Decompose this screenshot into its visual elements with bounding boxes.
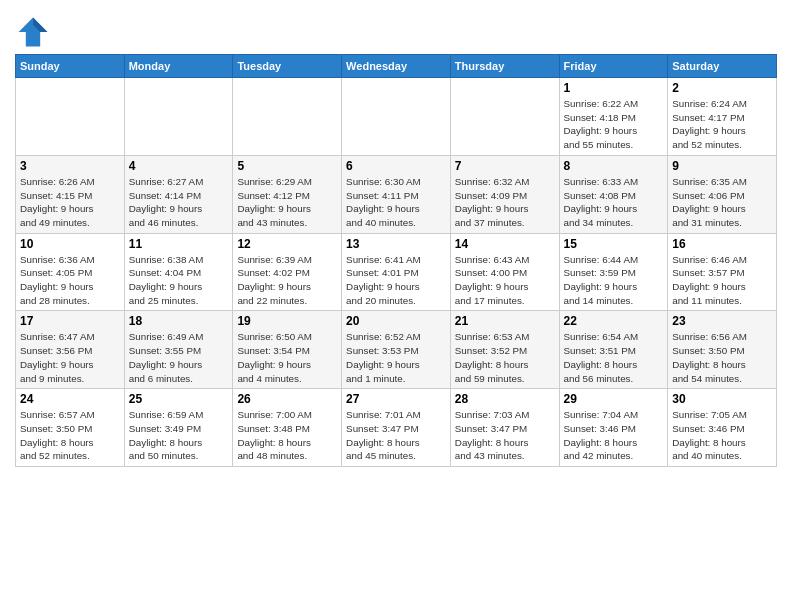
day-info: Sunrise: 6:52 AMSunset: 3:53 PMDaylight:… (346, 330, 446, 385)
day-info: Sunrise: 6:47 AMSunset: 3:56 PMDaylight:… (20, 330, 120, 385)
day-info: Sunrise: 6:49 AMSunset: 3:55 PMDaylight:… (129, 330, 229, 385)
calendar-cell: 19Sunrise: 6:50 AMSunset: 3:54 PMDayligh… (233, 311, 342, 389)
day-header: Monday (124, 55, 233, 78)
calendar-cell: 11Sunrise: 6:38 AMSunset: 4:04 PMDayligh… (124, 233, 233, 311)
day-info: Sunrise: 7:04 AMSunset: 3:46 PMDaylight:… (564, 408, 664, 463)
day-info: Sunrise: 6:30 AMSunset: 4:11 PMDaylight:… (346, 175, 446, 230)
calendar-cell: 25Sunrise: 6:59 AMSunset: 3:49 PMDayligh… (124, 389, 233, 467)
calendar-cell: 1Sunrise: 6:22 AMSunset: 4:18 PMDaylight… (559, 78, 668, 156)
calendar-cell: 21Sunrise: 6:53 AMSunset: 3:52 PMDayligh… (450, 311, 559, 389)
day-header: Thursday (450, 55, 559, 78)
calendar-cell: 9Sunrise: 6:35 AMSunset: 4:06 PMDaylight… (668, 155, 777, 233)
calendar-cell: 10Sunrise: 6:36 AMSunset: 4:05 PMDayligh… (16, 233, 125, 311)
calendar: SundayMondayTuesdayWednesdayThursdayFrid… (15, 54, 777, 467)
calendar-week-row: 3Sunrise: 6:26 AMSunset: 4:15 PMDaylight… (16, 155, 777, 233)
day-number: 30 (672, 392, 772, 406)
day-number: 19 (237, 314, 337, 328)
logo (15, 14, 53, 50)
day-info: Sunrise: 6:57 AMSunset: 3:50 PMDaylight:… (20, 408, 120, 463)
day-header: Wednesday (342, 55, 451, 78)
calendar-cell: 4Sunrise: 6:27 AMSunset: 4:14 PMDaylight… (124, 155, 233, 233)
day-number: 24 (20, 392, 120, 406)
calendar-week-row: 24Sunrise: 6:57 AMSunset: 3:50 PMDayligh… (16, 389, 777, 467)
calendar-cell: 24Sunrise: 6:57 AMSunset: 3:50 PMDayligh… (16, 389, 125, 467)
day-number: 9 (672, 159, 772, 173)
day-number: 12 (237, 237, 337, 251)
day-number: 21 (455, 314, 555, 328)
day-info: Sunrise: 6:50 AMSunset: 3:54 PMDaylight:… (237, 330, 337, 385)
day-number: 29 (564, 392, 664, 406)
day-info: Sunrise: 6:33 AMSunset: 4:08 PMDaylight:… (564, 175, 664, 230)
day-info: Sunrise: 7:05 AMSunset: 3:46 PMDaylight:… (672, 408, 772, 463)
day-number: 25 (129, 392, 229, 406)
calendar-header-row: SundayMondayTuesdayWednesdayThursdayFrid… (16, 55, 777, 78)
calendar-cell: 22Sunrise: 6:54 AMSunset: 3:51 PMDayligh… (559, 311, 668, 389)
calendar-cell: 28Sunrise: 7:03 AMSunset: 3:47 PMDayligh… (450, 389, 559, 467)
day-header: Tuesday (233, 55, 342, 78)
calendar-cell: 6Sunrise: 6:30 AMSunset: 4:11 PMDaylight… (342, 155, 451, 233)
day-number: 3 (20, 159, 120, 173)
day-number: 20 (346, 314, 446, 328)
calendar-cell: 3Sunrise: 6:26 AMSunset: 4:15 PMDaylight… (16, 155, 125, 233)
day-info: Sunrise: 6:43 AMSunset: 4:00 PMDaylight:… (455, 253, 555, 308)
day-info: Sunrise: 6:32 AMSunset: 4:09 PMDaylight:… (455, 175, 555, 230)
day-info: Sunrise: 6:44 AMSunset: 3:59 PMDaylight:… (564, 253, 664, 308)
calendar-cell: 2Sunrise: 6:24 AMSunset: 4:17 PMDaylight… (668, 78, 777, 156)
day-number: 6 (346, 159, 446, 173)
day-header: Friday (559, 55, 668, 78)
day-number: 4 (129, 159, 229, 173)
calendar-cell (16, 78, 125, 156)
calendar-cell: 14Sunrise: 6:43 AMSunset: 4:00 PMDayligh… (450, 233, 559, 311)
day-number: 5 (237, 159, 337, 173)
calendar-cell: 7Sunrise: 6:32 AMSunset: 4:09 PMDaylight… (450, 155, 559, 233)
day-info: Sunrise: 6:54 AMSunset: 3:51 PMDaylight:… (564, 330, 664, 385)
calendar-cell: 23Sunrise: 6:56 AMSunset: 3:50 PMDayligh… (668, 311, 777, 389)
day-header: Saturday (668, 55, 777, 78)
calendar-week-row: 10Sunrise: 6:36 AMSunset: 4:05 PMDayligh… (16, 233, 777, 311)
day-number: 2 (672, 81, 772, 95)
calendar-cell: 27Sunrise: 7:01 AMSunset: 3:47 PMDayligh… (342, 389, 451, 467)
header (15, 10, 777, 50)
day-number: 22 (564, 314, 664, 328)
day-info: Sunrise: 6:56 AMSunset: 3:50 PMDaylight:… (672, 330, 772, 385)
day-number: 10 (20, 237, 120, 251)
day-info: Sunrise: 6:41 AMSunset: 4:01 PMDaylight:… (346, 253, 446, 308)
day-number: 11 (129, 237, 229, 251)
day-info: Sunrise: 7:01 AMSunset: 3:47 PMDaylight:… (346, 408, 446, 463)
calendar-cell: 30Sunrise: 7:05 AMSunset: 3:46 PMDayligh… (668, 389, 777, 467)
day-number: 8 (564, 159, 664, 173)
calendar-week-row: 1Sunrise: 6:22 AMSunset: 4:18 PMDaylight… (16, 78, 777, 156)
day-number: 27 (346, 392, 446, 406)
day-info: Sunrise: 6:39 AMSunset: 4:02 PMDaylight:… (237, 253, 337, 308)
calendar-cell: 15Sunrise: 6:44 AMSunset: 3:59 PMDayligh… (559, 233, 668, 311)
day-number: 23 (672, 314, 772, 328)
calendar-cell: 26Sunrise: 7:00 AMSunset: 3:48 PMDayligh… (233, 389, 342, 467)
day-number: 7 (455, 159, 555, 173)
day-info: Sunrise: 6:35 AMSunset: 4:06 PMDaylight:… (672, 175, 772, 230)
calendar-cell: 20Sunrise: 6:52 AMSunset: 3:53 PMDayligh… (342, 311, 451, 389)
calendar-cell: 29Sunrise: 7:04 AMSunset: 3:46 PMDayligh… (559, 389, 668, 467)
day-info: Sunrise: 7:03 AMSunset: 3:47 PMDaylight:… (455, 408, 555, 463)
day-number: 14 (455, 237, 555, 251)
day-info: Sunrise: 6:59 AMSunset: 3:49 PMDaylight:… (129, 408, 229, 463)
calendar-week-row: 17Sunrise: 6:47 AMSunset: 3:56 PMDayligh… (16, 311, 777, 389)
day-info: Sunrise: 6:36 AMSunset: 4:05 PMDaylight:… (20, 253, 120, 308)
day-info: Sunrise: 6:38 AMSunset: 4:04 PMDaylight:… (129, 253, 229, 308)
day-number: 13 (346, 237, 446, 251)
day-number: 26 (237, 392, 337, 406)
calendar-cell: 13Sunrise: 6:41 AMSunset: 4:01 PMDayligh… (342, 233, 451, 311)
calendar-cell (342, 78, 451, 156)
day-info: Sunrise: 6:27 AMSunset: 4:14 PMDaylight:… (129, 175, 229, 230)
day-info: Sunrise: 6:24 AMSunset: 4:17 PMDaylight:… (672, 97, 772, 152)
calendar-cell (233, 78, 342, 156)
day-info: Sunrise: 6:22 AMSunset: 4:18 PMDaylight:… (564, 97, 664, 152)
day-number: 1 (564, 81, 664, 95)
day-info: Sunrise: 6:53 AMSunset: 3:52 PMDaylight:… (455, 330, 555, 385)
calendar-cell: 12Sunrise: 6:39 AMSunset: 4:02 PMDayligh… (233, 233, 342, 311)
calendar-cell (450, 78, 559, 156)
day-number: 28 (455, 392, 555, 406)
day-number: 18 (129, 314, 229, 328)
day-info: Sunrise: 6:26 AMSunset: 4:15 PMDaylight:… (20, 175, 120, 230)
calendar-cell (124, 78, 233, 156)
day-info: Sunrise: 7:00 AMSunset: 3:48 PMDaylight:… (237, 408, 337, 463)
